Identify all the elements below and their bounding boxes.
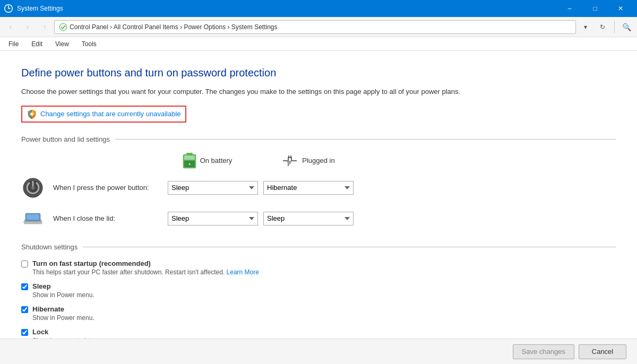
close-lid-row: When I close the lid: Do nothing Sleep H… xyxy=(21,207,616,230)
fast-startup-row: Turn on fast startup (recommended) This … xyxy=(21,259,616,276)
address-bar: ‹ › ↑ Control Panel › All Control Panel … xyxy=(0,17,637,37)
plug-icon xyxy=(281,153,299,168)
shield-icon xyxy=(27,109,37,119)
close-lid-dropdowns: Do nothing Sleep Hibernate Shut down Tur… xyxy=(168,212,354,226)
sleep-checkbox[interactable] xyxy=(21,283,28,290)
refresh-button[interactable]: ↻ xyxy=(595,20,610,34)
sleep-content: Sleep Show in Power menu. xyxy=(32,282,616,299)
page-description: Choose the power settings that you want … xyxy=(21,86,616,97)
menu-bar: File Edit View Tools xyxy=(0,37,637,51)
page-title: Define power buttons and turn on passwor… xyxy=(21,67,616,79)
hibernate-checkbox[interactable] xyxy=(21,306,28,313)
fast-startup-label[interactable]: Turn on fast startup (recommended) xyxy=(32,259,151,267)
title-bar: System Settings – □ ✕ xyxy=(0,0,637,17)
fast-startup-checkbox[interactable] xyxy=(21,261,28,267)
hibernate-desc: Show in Power menu. xyxy=(32,314,616,322)
fast-startup-desc: This helps start your PC faster after sh… xyxy=(32,268,616,276)
menu-file[interactable]: File xyxy=(4,39,23,49)
battery-icon: + xyxy=(182,152,197,170)
menu-edit[interactable]: Edit xyxy=(27,39,47,49)
on-battery-header: + On battery xyxy=(159,152,255,170)
power-button-section-header: Power button and lid settings xyxy=(21,135,616,143)
svg-rect-5 xyxy=(184,155,195,160)
svg-rect-9 xyxy=(290,155,291,158)
close-button[interactable]: ✕ xyxy=(608,0,633,17)
svg-point-2 xyxy=(30,112,33,116)
plugged-in-header: Plugged in xyxy=(260,152,356,170)
power-button-label: When I press the power button: xyxy=(53,184,159,192)
sleep-desc: Show in Power menu. xyxy=(32,291,616,299)
menu-view[interactable]: View xyxy=(51,39,73,49)
power-button-row: When I press the power button: Do nothin… xyxy=(21,176,616,200)
power-button-battery-dropdown[interactable]: Do nothing Sleep Hibernate Shut down Tur… xyxy=(168,181,258,195)
svg-rect-8 xyxy=(288,155,289,158)
footer: Save changes Cancel xyxy=(0,339,637,364)
back-button[interactable]: ‹ xyxy=(3,20,18,34)
lock-label[interactable]: Lock xyxy=(32,328,48,336)
dropdown-button[interactable]: ▾ xyxy=(578,20,593,34)
power-button-icon xyxy=(21,176,45,200)
shutdown-section-label: Shutdown settings xyxy=(21,243,78,251)
power-columns: + On battery Plugged in xyxy=(53,152,616,170)
sleep-row: Sleep Show in Power menu. xyxy=(21,282,616,299)
close-lid-label: When I close the lid: xyxy=(53,214,159,222)
power-button-plugged-dropdown[interactable]: Do nothing Sleep Hibernate Shut down Tur… xyxy=(263,181,354,195)
fast-startup-desc-text: This helps start your PC faster after sh… xyxy=(32,268,225,276)
forward-button[interactable]: › xyxy=(20,20,35,34)
window-controls: – □ ✕ xyxy=(557,0,633,17)
cancel-button[interactable]: Cancel xyxy=(579,344,626,359)
address-path: Control Panel › All Control Panel Items … xyxy=(70,23,278,31)
shutdown-settings: Turn on fast startup (recommended) This … xyxy=(21,259,616,339)
lock-row: Lock Show in account picture menu. xyxy=(21,328,616,339)
sleep-label[interactable]: Sleep xyxy=(32,282,51,290)
window-title: System Settings xyxy=(17,5,553,12)
hibernate-content: Hibernate Show in Power menu. xyxy=(32,305,616,322)
change-settings-label: Change settings that are currently unava… xyxy=(40,110,181,118)
lid-icon xyxy=(21,207,45,230)
svg-rect-3 xyxy=(186,153,193,154)
laptop-lid-icon xyxy=(22,208,44,229)
save-changes-button[interactable]: Save changes xyxy=(513,344,574,359)
power-button-dropdowns: Do nothing Sleep Hibernate Shut down Tur… xyxy=(168,181,354,195)
svg-text:+: + xyxy=(188,162,191,167)
minimize-button[interactable]: – xyxy=(557,0,582,17)
hibernate-label[interactable]: Hibernate xyxy=(32,305,64,313)
hibernate-row: Hibernate Show in Power menu. xyxy=(21,305,616,322)
learn-more-link[interactable]: Learn More xyxy=(227,268,259,276)
main-content: Define power buttons and turn on passwor… xyxy=(0,51,637,364)
svg-point-13 xyxy=(31,186,35,189)
power-icon xyxy=(22,177,44,198)
content-scroll: Define power buttons and turn on passwor… xyxy=(0,51,637,339)
fast-startup-content: Turn on fast startup (recommended) This … xyxy=(32,259,616,276)
up-button[interactable]: ↑ xyxy=(37,20,52,34)
lock-checkbox[interactable] xyxy=(21,329,28,336)
svg-point-1 xyxy=(59,23,67,31)
search-button[interactable]: 🔍 xyxy=(619,20,634,34)
change-settings-link[interactable]: Change settings that are currently unava… xyxy=(21,106,186,123)
app-icon xyxy=(4,4,13,13)
svg-rect-16 xyxy=(27,214,39,220)
address-input[interactable]: Control Panel › All Control Panel Items … xyxy=(54,20,576,34)
lid-battery-dropdown[interactable]: Do nothing Sleep Hibernate Shut down Tur… xyxy=(168,212,258,226)
menu-tools[interactable]: Tools xyxy=(78,39,101,49)
lock-content: Lock Show in account picture menu. xyxy=(32,328,616,339)
shutdown-section-header: Shutdown settings xyxy=(21,243,616,251)
power-button-section-label: Power button and lid settings xyxy=(21,135,110,143)
maximize-button[interactable]: □ xyxy=(583,0,607,17)
lid-plugged-dropdown[interactable]: Do nothing Sleep Hibernate Shut down Tur… xyxy=(263,212,354,226)
